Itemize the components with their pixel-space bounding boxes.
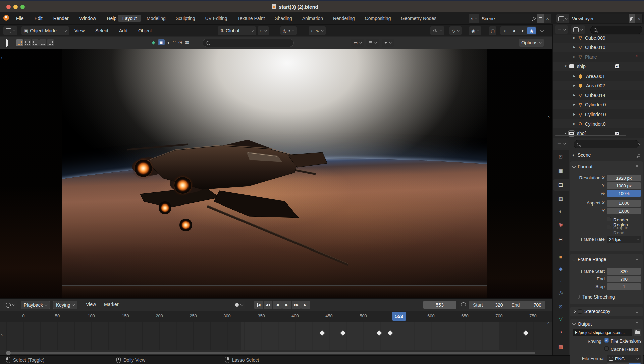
cache-result-checkbox[interactable] — [604, 346, 609, 351]
frame-range-panel-header[interactable]: Frame Range — [573, 257, 606, 262]
browse-output-path-button[interactable] — [634, 329, 641, 336]
outliner-row-cube010[interactable]: ▶▽ Cube.010 — [553, 43, 644, 52]
particles-icon[interactable]: ∵ — [173, 40, 176, 44]
camera-view[interactable] — [62, 49, 487, 286]
play-reverse-button[interactable]: ◀ — [273, 301, 282, 309]
play-button[interactable]: ▶ — [282, 301, 291, 309]
menu-view[interactable]: View — [73, 28, 86, 33]
tab-texture-paint[interactable]: Texture Paint — [233, 15, 269, 22]
blender-logo-icon[interactable] — [3, 15, 11, 21]
tab-modeling[interactable]: Modeling — [142, 15, 170, 22]
resolution-y-field[interactable]: 1080 px — [607, 182, 641, 189]
playback-menu[interactable]: Playback — [21, 301, 50, 309]
collection-filter-dropdown[interactable]: ▭ — [351, 39, 364, 47]
outliner-row-cylinder-1[interactable]: ▶▽ Cylinder.0 — [553, 100, 644, 109]
aspect-x-field[interactable]: 1.000 — [607, 200, 641, 207]
output-panel-header[interactable]: Output — [573, 321, 592, 327]
clock-icon[interactable]: ◷ — [178, 40, 182, 44]
outliner-row-cylinder-2[interactable]: ▶▽ Cylinder.0 — [553, 110, 644, 119]
select-mode-invert[interactable] — [39, 39, 46, 46]
scene-browse-button[interactable]: ◐ — [469, 14, 479, 23]
use-preview-range-button[interactable] — [459, 301, 468, 309]
resolution-scale-slider[interactable]: 100% — [607, 190, 641, 197]
tab-animation[interactable]: Animation — [298, 15, 327, 22]
properties-editor-type-button[interactable]: ⚌ — [555, 139, 568, 148]
pivot-point-dropdown[interactable]: ◌ — [258, 26, 269, 35]
image-icon[interactable]: ▣ — [158, 39, 165, 45]
outliner-display-mode-dropdown[interactable] — [571, 25, 585, 34]
new-scene-button[interactable] — [537, 14, 544, 23]
timeline-scroll-knob[interactable] — [6, 351, 11, 355]
tab-scene[interactable]: ◐ — [553, 205, 569, 217]
sphere-icon[interactable]: ◐ — [167, 40, 170, 45]
timeline-marker-menu[interactable]: Marker — [103, 302, 120, 307]
jump-to-end-button[interactable]: ▶ — [301, 301, 310, 309]
tab-view-layer[interactable]: ▦ — [553, 193, 569, 205]
format-panel-header[interactable]: Format — [573, 164, 592, 169]
editor-type-button[interactable] — [3, 26, 17, 35]
current-frame-field[interactable]: 553 — [423, 301, 456, 309]
keying-menu[interactable]: Keying — [53, 301, 77, 309]
time-stretching-header[interactable]: Time Stretching — [577, 294, 615, 300]
tab-render[interactable]: ▣ — [553, 165, 569, 177]
render-region-checkbox[interactable] — [607, 217, 611, 221]
active-tool-cursor-icon[interactable] — [6, 40, 8, 45]
tab-particles[interactable]: ∵ — [553, 275, 569, 287]
transform-orientation-dropdown[interactable]: ⇅ Global — [218, 26, 256, 35]
menu-edit[interactable]: Edit — [33, 16, 44, 21]
sidebar-expand-arrow[interactable]: ‹ — [548, 113, 550, 119]
viewlayer-name[interactable]: ViewLayer — [569, 14, 629, 23]
playhead-line[interactable] — [399, 322, 399, 350]
stereoscopy-checkbox[interactable] — [578, 309, 582, 314]
outliner-search-input[interactable] — [590, 26, 642, 34]
shading-rendered-button[interactable]: ◉ — [527, 27, 536, 34]
tab-object-data[interactable]: ▽ — [553, 313, 569, 324]
shading-material-button[interactable]: ◐ — [519, 27, 527, 34]
outliner-row-area002[interactable]: ▶ Area.002 — [553, 81, 644, 90]
tab-rendering[interactable]: Rendering — [329, 15, 359, 22]
tab-physics[interactable]: ◎ — [553, 287, 569, 299]
shading-options-chevron[interactable] — [540, 28, 544, 32]
tab-modifiers[interactable]: ◆ — [553, 263, 569, 275]
mode-dropdown[interactable]: ▣ Object Mode — [21, 26, 69, 35]
timeline-tracks[interactable] — [0, 322, 552, 350]
tab-constraints[interactable]: ⊙ — [553, 301, 569, 312]
crop-to-region-checkbox[interactable] — [607, 225, 611, 229]
timeline-left-expand-arrow[interactable]: › — [1, 332, 3, 338]
menu-object[interactable]: Object — [137, 28, 153, 33]
scene-name[interactable]: Scene — [479, 14, 530, 23]
collection-checkbox[interactable]: ✓ — [615, 64, 620, 69]
tab-geometry-nodes[interactable]: Geometry Nodes — [396, 15, 441, 22]
shading-solid-button[interactable]: ● — [510, 27, 518, 34]
timeline-ruler[interactable]: 0 50 100 150 200 250 300 350 400 450 500… — [0, 311, 552, 322]
file-format-dropdown[interactable]: PNG — [607, 355, 641, 362]
list-filter-dropdown[interactable] — [366, 39, 379, 47]
pin-id-button[interactable] — [637, 154, 640, 157]
menu-add[interactable]: Add — [118, 28, 129, 33]
outliner-row-plane[interactable]: ▶▽ Plane × — [553, 52, 644, 61]
keyframe-diamond[interactable] — [376, 330, 382, 336]
material-preview-icon[interactable]: ◆ — [152, 40, 155, 45]
tab-object[interactable]: ■ — [553, 251, 569, 262]
timeline-hscrollbar[interactable] — [8, 352, 535, 354]
tab-sculpting[interactable]: Sculpting — [171, 15, 200, 22]
snap-dropdown[interactable]: ◎▪ — [280, 26, 297, 35]
file-extensions-checkbox[interactable]: ✓ — [604, 338, 609, 343]
playhead-frame-chip[interactable]: 553 — [392, 312, 406, 321]
tab-world[interactable]: ◉ — [553, 219, 569, 230]
show-visibility-dropdown[interactable] — [430, 26, 444, 35]
tab-compositing[interactable]: Compositing — [361, 15, 395, 22]
viewlayer-browse-button[interactable] — [556, 14, 569, 23]
frame-end-field[interactable]: 700 — [607, 276, 641, 282]
prev-keyframe-button[interactable]: ◀◆ — [264, 301, 272, 309]
menu-window[interactable]: Window — [78, 16, 98, 21]
shading-wireframe-button[interactable]: ○ — [501, 27, 509, 34]
output-path-field[interactable]: F:/project ship/angar scen... — [573, 329, 632, 336]
tab-layout[interactable]: Layout — [118, 15, 141, 22]
menu-select[interactable]: Select — [94, 28, 110, 33]
select-mode-subtract[interactable] — [32, 39, 39, 46]
remove-viewlayer-button[interactable]: × — [635, 14, 642, 23]
tab-tool[interactable]: ⊡ — [553, 151, 569, 163]
start-frame-field[interactable]: Start320 — [469, 302, 507, 308]
outliner-hscrollbar[interactable] — [555, 135, 626, 136]
